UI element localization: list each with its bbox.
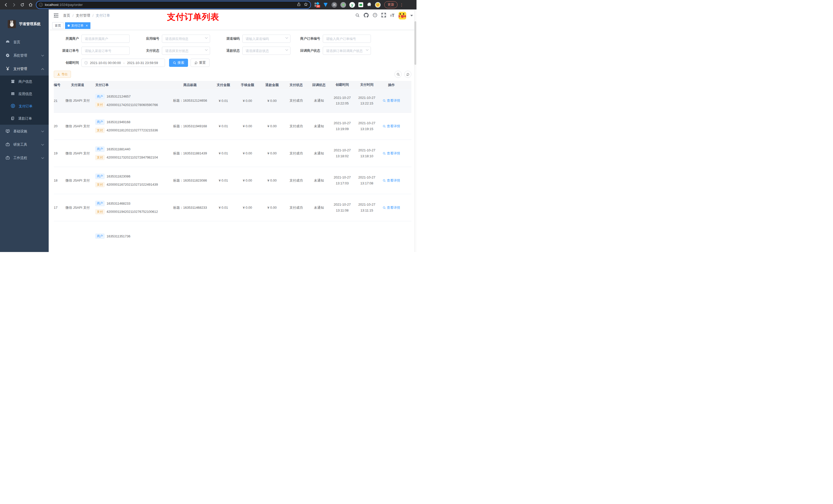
extension-kite-icon[interactable]: [323, 2, 328, 7]
tag-home[interactable]: 首页: [52, 22, 64, 29]
cell-amount: ¥ 0.01: [212, 151, 235, 155]
extension-blocks-icon[interactable]: 10: [314, 2, 320, 7]
github-icon[interactable]: [364, 13, 368, 19]
sidebar-item-dev-tools[interactable]: 研发工具: [0, 138, 49, 151]
reload-icon[interactable]: [19, 2, 26, 8]
breadcrumb-home[interactable]: 首页: [63, 13, 70, 18]
orders-table: 编号 支付渠道 支付订单 商品标题 支付金额 手续金额 退款金额 支付状态 回调…: [54, 81, 411, 248]
table-row[interactable]: 21 微信 JSAPI 支付 商户1635312124657 支付4200001…: [54, 89, 411, 113]
sidebar-logo-row[interactable]: 芋道管理系统: [0, 9, 49, 32]
date-range-picker[interactable]: 2021-10-01 00:00:00 - 2021-10-31 23:59:5…: [81, 58, 165, 67]
channel-code-select[interactable]: [242, 34, 290, 43]
caret-down-icon[interactable]: [410, 15, 413, 16]
export-button[interactable]: 导出: [54, 71, 71, 78]
cell-created: 2021-10-27 13:19:09: [330, 120, 355, 131]
browser-menu-icon[interactable]: ⋮: [400, 3, 404, 7]
view-detail-link[interactable]: 查看详情: [383, 178, 400, 183]
title-prefix: 标题：: [173, 206, 183, 210]
extensions-puzzle-icon[interactable]: [366, 2, 372, 7]
date-start[interactable]: 2021-10-01 00:00:00: [90, 61, 121, 65]
search-button[interactable]: 搜索: [169, 58, 188, 67]
page-scrollbar[interactable]: [414, 9, 416, 252]
sidebar-collapse-icon[interactable]: [52, 14, 60, 18]
table-row-partial[interactable]: 商户1635311351736: [54, 221, 411, 248]
col-header-notify: 回调状态: [308, 83, 330, 87]
table-row[interactable]: 17 微信 JSAPI 支付 商户1635311468233 支付4200001…: [54, 194, 411, 221]
forward-icon[interactable]: [11, 2, 18, 8]
merchant-order-no-input[interactable]: [323, 34, 371, 43]
channel-order-no-input[interactable]: [81, 47, 129, 55]
filter-label: 渠道订单号: [54, 48, 81, 53]
view-detail-link[interactable]: 查看详情: [383, 151, 400, 156]
tag-pay-order[interactable]: 支付订单 ✕: [65, 22, 90, 29]
cell-channel: 微信 JSAPI 支付: [63, 124, 93, 128]
app-logo: [8, 20, 16, 28]
share-icon[interactable]: [297, 2, 301, 7]
extension-dot-icon[interactable]: [340, 2, 346, 8]
search-button-label: 搜索: [177, 61, 184, 65]
avatar[interactable]: [399, 12, 406, 20]
filter-channel-order-no: 渠道订单号: [54, 47, 132, 55]
home-icon[interactable]: [27, 2, 34, 8]
search-icon[interactable]: [355, 13, 360, 18]
export-button-label: 导出: [62, 72, 68, 77]
reset-button[interactable]: 重置: [191, 58, 210, 67]
back-icon[interactable]: [3, 2, 9, 8]
site-info-icon[interactable]: i: [39, 3, 43, 7]
toolbox-icon: [6, 156, 10, 161]
refund-status-select[interactable]: [242, 47, 290, 55]
reset-button-label: 重置: [199, 61, 206, 65]
sidebar-item-payment[interactable]: 支付管理: [0, 62, 49, 75]
cell-created: 2021-10-27 13:18:02: [330, 147, 355, 159]
table-row[interactable]: 20 微信 JSAPI 支付 商户1635311949168 支付4200001…: [54, 113, 411, 140]
font-size-icon[interactable]: TT: [390, 13, 395, 18]
sidebar-item-pay-order[interactable]: 支付订单: [0, 100, 49, 113]
table-row[interactable]: 18 微信 JSAPI 支付 商户1635311823086 支付4200001…: [54, 167, 411, 194]
cell-paid: 2021-10-27 13:19:15: [355, 120, 379, 131]
extension-y-icon[interactable]: y: [349, 2, 355, 8]
view-detail-link[interactable]: 查看详情: [383, 98, 400, 103]
cell-order: 商户1635311823086 支付4200001167202110271022…: [93, 174, 169, 187]
view-detail-label: 查看详情: [387, 98, 400, 103]
cell-order: 商户1635311468233 支付4200001194202110276752…: [93, 201, 169, 214]
pay-status-select[interactable]: [162, 47, 210, 55]
breadcrumb-current: 支付订单: [96, 13, 110, 18]
view-detail-link[interactable]: 查看详情: [383, 206, 400, 210]
browser-update-button[interactable]: 更新: [384, 1, 398, 8]
hide-search-icon[interactable]: [395, 71, 402, 78]
sidebar-item-merchant-info[interactable]: 商户信息: [0, 75, 49, 88]
extension-command-icon[interactable]: ⌘: [331, 2, 337, 8]
refresh-list-icon[interactable]: [404, 71, 411, 78]
bookmark-star-icon[interactable]: [304, 2, 308, 7]
close-icon[interactable]: ✕: [86, 24, 88, 27]
breadcrumb-payment[interactable]: 支付管理: [76, 13, 90, 18]
fullscreen-icon[interactable]: [381, 13, 386, 18]
sidebar-item-app-info[interactable]: 应用信息: [0, 88, 49, 100]
date-end[interactable]: 2021-10-31 23:59:59: [127, 61, 158, 65]
merchant-badge: 商户: [95, 234, 104, 239]
table-row[interactable]: 19 微信 JSAPI 支付 商户1635311881440 支付4200001…: [54, 140, 411, 167]
merchant-order-no: 1635312124657: [106, 95, 130, 98]
sidebar-item-system[interactable]: 系统管理: [0, 49, 49, 62]
url-bar[interactable]: i localhost:1024/pay/order: [37, 1, 310, 8]
sidebar-item-refund-order[interactable]: 退款订单: [0, 113, 49, 125]
col-header-created: 创建时间: [330, 82, 355, 88]
extension-chat-icon[interactable]: [358, 2, 363, 7]
title-prefix: 标题：: [173, 151, 183, 155]
view-detail-link[interactable]: 查看详情: [383, 124, 400, 128]
merchant-select[interactable]: [81, 34, 129, 43]
scrollbar-thumb[interactable]: [414, 21, 416, 65]
refund-doc-icon: [11, 116, 15, 121]
filter-refund-status: 退款状态: [215, 47, 293, 55]
navbar: 首页 / 支付管理 / 支付订单 支付订单列表 ?: [49, 9, 416, 22]
extension-emoji-icon[interactable]: [375, 2, 381, 8]
url-text[interactable]: localhost:1024/pay/order: [45, 3, 295, 7]
sidebar-item-home[interactable]: 首页: [0, 35, 49, 49]
notify-status-select[interactable]: [323, 47, 371, 55]
sidebar-item-infrastructure[interactable]: 基础设施: [0, 125, 49, 138]
sidebar-item-label: 系统管理: [13, 53, 38, 58]
help-icon[interactable]: ?: [373, 13, 377, 18]
sidebar-item-label: 支付订单: [19, 104, 32, 109]
sidebar-item-workflow[interactable]: 工作流程: [0, 151, 49, 165]
app-select[interactable]: [162, 34, 210, 43]
